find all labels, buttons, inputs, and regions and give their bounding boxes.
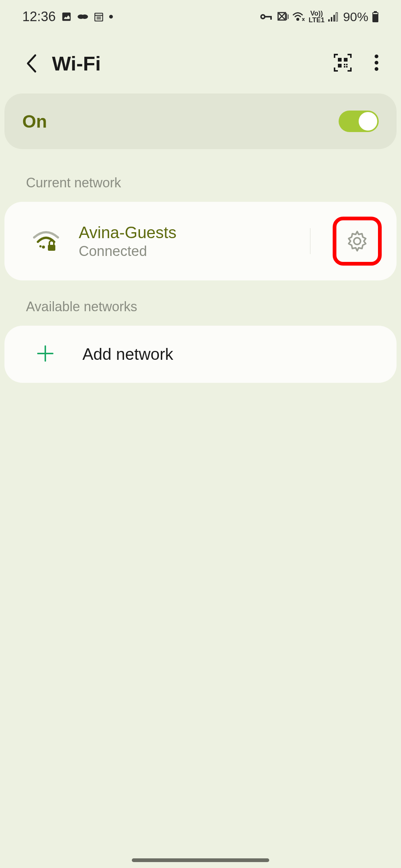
network-settings-button[interactable] bbox=[333, 217, 382, 266]
svg-point-31 bbox=[42, 246, 45, 249]
wifi-toggle-label: On bbox=[22, 111, 47, 132]
network-status: Connected bbox=[79, 243, 291, 259]
image-icon bbox=[61, 11, 72, 22]
lte-indicator: Vo)) LTE1 bbox=[309, 10, 325, 23]
page-header: Wi-Fi bbox=[0, 33, 401, 93]
svg-rect-16 bbox=[333, 15, 335, 22]
battery-percent: 90% bbox=[343, 10, 368, 24]
svg-point-28 bbox=[375, 55, 378, 58]
status-bar: 12:36 Vo)) LTE1 90% bbox=[0, 0, 401, 33]
svg-rect-26 bbox=[344, 66, 345, 68]
current-network-row[interactable]: Avina-Guests Connected bbox=[4, 202, 397, 280]
svg-rect-21 bbox=[338, 58, 342, 62]
status-time: 12:36 bbox=[22, 9, 56, 24]
current-network-card: Avina-Guests Connected bbox=[4, 202, 397, 280]
svg-rect-15 bbox=[331, 17, 332, 22]
svg-point-8 bbox=[262, 16, 264, 18]
svg-rect-20 bbox=[373, 13, 378, 14]
status-right: Vo)) LTE1 90% bbox=[260, 10, 379, 24]
navigation-handle[interactable] bbox=[132, 858, 269, 862]
qr-scan-button[interactable] bbox=[333, 53, 352, 73]
svg-rect-23 bbox=[338, 64, 342, 68]
available-networks-card: Add network bbox=[4, 326, 397, 383]
add-network-row[interactable]: Add network bbox=[4, 326, 397, 383]
svg-point-13 bbox=[297, 19, 299, 20]
add-network-label: Add network bbox=[82, 345, 173, 364]
svg-point-34 bbox=[354, 238, 361, 244]
available-networks-label: Available networks bbox=[0, 280, 401, 326]
svg-rect-17 bbox=[336, 13, 338, 22]
back-button[interactable] bbox=[22, 54, 41, 73]
header-actions bbox=[333, 53, 379, 73]
svg-rect-33 bbox=[48, 245, 55, 251]
svg-point-2 bbox=[81, 14, 88, 19]
svg-rect-18 bbox=[374, 11, 377, 12]
svg-rect-0 bbox=[62, 13, 71, 21]
more-dot-icon bbox=[109, 15, 113, 19]
plus-icon bbox=[36, 344, 55, 364]
vibrate-icon bbox=[277, 11, 288, 22]
svg-rect-10 bbox=[270, 16, 272, 20]
vpn-key-icon bbox=[260, 13, 273, 20]
wifi-toggle-switch[interactable] bbox=[339, 111, 379, 132]
calendar-icon bbox=[94, 11, 104, 22]
network-name: Avina-Guests bbox=[79, 223, 291, 242]
wifi-toggle-card[interactable]: On bbox=[4, 93, 397, 149]
svg-point-29 bbox=[375, 61, 378, 65]
svg-point-32 bbox=[39, 245, 42, 247]
wifi-secured-icon bbox=[32, 230, 60, 252]
page-title: Wi-Fi bbox=[52, 52, 322, 75]
network-info: Avina-Guests Connected bbox=[79, 223, 291, 259]
wifi-status-icon bbox=[292, 11, 305, 22]
battery-icon bbox=[372, 11, 379, 22]
notification-icon-1 bbox=[77, 12, 88, 21]
more-options-button[interactable] bbox=[374, 53, 379, 73]
wifi-toggle-thumb bbox=[358, 111, 378, 131]
svg-rect-14 bbox=[328, 19, 330, 22]
svg-rect-27 bbox=[346, 66, 348, 68]
svg-rect-22 bbox=[344, 58, 348, 62]
current-network-label: Current network bbox=[0, 149, 401, 202]
status-left: 12:36 bbox=[22, 9, 113, 24]
svg-point-30 bbox=[375, 67, 378, 71]
svg-rect-24 bbox=[344, 64, 345, 65]
signal-icon bbox=[328, 12, 339, 22]
divider bbox=[310, 228, 310, 254]
svg-rect-25 bbox=[346, 64, 348, 65]
